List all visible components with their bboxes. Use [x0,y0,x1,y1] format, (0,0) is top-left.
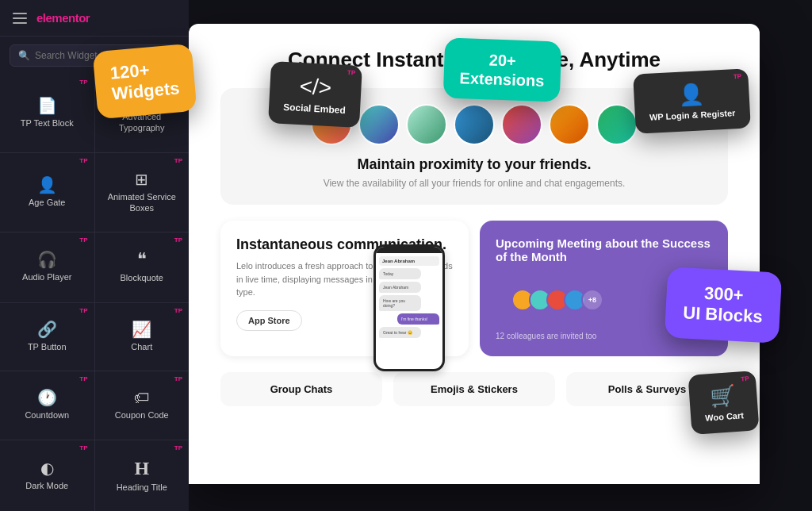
audio-player-icon: 🎧 [37,252,57,267]
age-gate-icon: 👤 [37,177,57,193]
tp-badge: TP [79,307,87,314]
app-store-button[interactable]: App Store [236,310,302,331]
wp-login-badge: TP 👤 WP Login & Register [633,68,750,133]
hamburger-menu[interactable] [13,13,27,24]
avatar [454,104,495,145]
avatar [406,104,447,145]
person-icon: 👤 [648,80,735,110]
phone-mockup: Jean Abraham Today Jean Abraham How are … [373,244,445,371]
blockquote-icon: ❝ [137,251,147,268]
tp-badge: TP [347,69,356,77]
widget-label: Coupon Code [115,409,169,421]
widget-label: Blockquote [121,272,163,283]
avatar [501,104,542,145]
heading-title-icon: H [134,459,149,478]
countdown-icon: 🕐 [37,390,57,405]
widget-label: Audio Player [22,271,71,282]
avatar [596,104,638,145]
badge-label: Woo Cart [705,410,744,422]
avatar [549,104,590,145]
widget-tp-button[interactable]: TP 🔗 TP Button [0,303,94,371]
widget-animated-service-boxes[interactable]: TP ⊞ Animated Service Boxes [95,153,190,232]
widget-age-gate[interactable]: TP 👤 Age Gate [0,153,94,232]
tp-badge: TP [174,444,182,451]
widget-label: Heading Title [117,482,167,493]
friends-subtitle: View the availability of all your friend… [236,178,712,189]
more-avatars-count: +8 [581,289,603,311]
ui-blocks-badge: 300+ UI Blocks [665,267,783,343]
widget-countdown[interactable]: TP 🕐 Countdown [0,371,94,439]
tp-badge: TP [174,375,182,382]
avatar [358,104,400,145]
sidebar-logo: elementor [36,11,90,25]
widget-label: Countdown [25,409,69,421]
meeting-card-title: Upcoming Meeting about the Success of th… [496,236,712,263]
dark-mode-icon: ◐ [40,460,54,476]
tp-badge: TP [174,236,182,244]
tp-badge: TP [79,375,87,382]
bottom-card-title: Group Chats [232,383,371,395]
widget-chart[interactable]: TP 📈 Chart [95,303,190,371]
badge-line2: UI Blocks [683,303,764,328]
tp-badge: TP [174,157,182,164]
tp-badge: TP [79,157,87,164]
animated-service-boxes-icon: ⊞ [135,171,148,187]
widget-tp-text-block[interactable]: TP 📄 TP Text Block [0,75,94,152]
badge-line2: Extensions [459,68,544,90]
extensions-badge: 20+ Extensions [443,37,561,102]
search-icon: 🔍 [18,50,30,61]
cart-icon: 🛒 [703,382,743,409]
friends-title: Maintain proximity to your friends. [236,156,712,173]
chart-icon: 📈 [132,321,151,337]
widget-label: Animated Service Boxes [102,191,183,214]
tp-badge: TP [733,73,742,81]
tp-badge: TP [174,307,182,314]
bottom-card-title: Emojis & Stickers [404,383,544,395]
widget-label: Dark Mode [25,480,68,491]
tp-badge: TP [79,79,87,86]
coupon-code-icon: 🏷 [134,390,150,405]
widget-coupon-code[interactable]: TP 🏷 Coupon Code [95,371,190,439]
widgets-grid: TP 📄 TP Text Block TP U Advanced Typogra… [0,75,189,511]
widget-blockquote[interactable]: TP ❝ Blockquote [95,232,190,302]
widget-label: TP Text Block [21,117,74,129]
tp-badge: TP [741,375,749,383]
bottom-sections: Group Chats Emojis & Stickers Polls & Su… [220,372,728,406]
code-icon: </> [284,73,347,102]
widget-audio-player[interactable]: TP 🎧 Audio Player [0,232,94,302]
social-embed-badge: TP </> Social Embed [268,61,362,128]
widget-label: TP Button [28,341,67,352]
badge-label: WP Login & Register [649,108,736,122]
bottom-card-group-chats: Group Chats [220,372,382,406]
tp-button-icon: 🔗 [37,321,57,337]
tp-badge: TP [79,444,87,451]
bottom-card-emojis: Emojis & Stickers [393,372,555,406]
tp-badge: TP [79,236,87,244]
badge-label: Social Embed [283,102,346,116]
widget-dark-mode[interactable]: TP ◐ Dark Mode [0,440,94,511]
widget-label: Chart [131,341,152,352]
widgets-badge: 120+ Widgets [93,44,197,119]
widget-heading-title[interactable]: TP H Heading Title [95,440,190,511]
communication-card: Instantaneous communication. Lelo introd… [220,221,469,356]
cards-row: Instantaneous communication. Lelo introd… [220,221,728,356]
sidebar-header: elementor [0,0,189,36]
tp-text-block-icon: 📄 [37,98,57,113]
woo-cart-badge: TP 🛒 Woo Cart [688,371,759,435]
widget-label: Age Gate [29,197,65,208]
